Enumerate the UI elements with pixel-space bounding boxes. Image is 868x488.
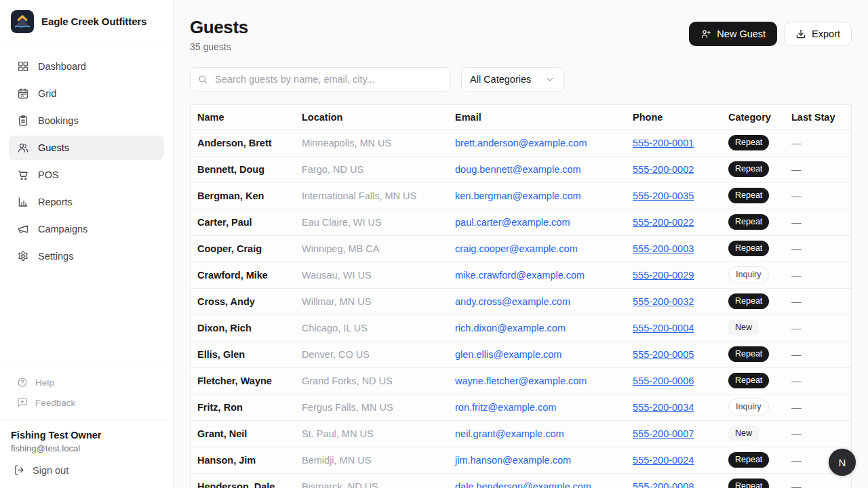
- sidebar-item-bookings[interactable]: Bookings: [9, 108, 164, 133]
- guest-row[interactable]: Anderson, BrettMinneapolis, MN USbrett.a…: [191, 130, 851, 157]
- guest-email-link[interactable]: neil.grant@example.com: [455, 428, 564, 439]
- guest-email: neil.grant@example.com: [455, 428, 633, 439]
- guest-phone-link[interactable]: 555-200-0034: [633, 402, 694, 413]
- guest-row[interactable]: Ellis, GlenDenver, CO USglen.ellis@examp…: [191, 342, 851, 368]
- guest-email-link[interactable]: doug.bennett@example.com: [455, 164, 581, 175]
- guest-row[interactable]: Dixon, RichChicago, IL USrich.dixon@exam…: [191, 315, 851, 342]
- guest-phone-link[interactable]: 555-200-0032: [633, 296, 694, 307]
- guest-location: Bemidji, MN US: [302, 455, 455, 466]
- guest-email-link[interactable]: rich.dixon@example.com: [455, 323, 566, 333]
- guest-category: Inquiry: [728, 399, 791, 415]
- guest-phone-link[interactable]: 555-200-0001: [633, 138, 694, 148]
- sign-out-label: Sign out: [33, 465, 68, 476]
- guest-phone-link[interactable]: 555-200-0004: [633, 323, 694, 333]
- guest-email: glen.ellis@example.com: [455, 349, 633, 360]
- guest-name: Fritz, Ron: [197, 402, 302, 413]
- help-button[interactable]: Help: [9, 372, 164, 392]
- guest-email: craig.cooper@example.com: [455, 243, 633, 254]
- guest-phone-link[interactable]: 555-200-0024: [633, 455, 694, 466]
- sidebar-nav: DashboardGridBookingsGuestsPOSReportsCam…: [0, 43, 173, 271]
- category-badge: Repeat: [728, 479, 769, 488]
- guest-row[interactable]: Cooper, CraigWinnipeg, MB CAcraig.cooper…: [191, 236, 851, 262]
- guest-location: Chicago, IL US: [302, 323, 455, 333]
- sidebar-item-settings[interactable]: Settings: [9, 244, 164, 268]
- guest-last-stay: —: [791, 190, 851, 201]
- guest-email: dale.henderson@example.com: [455, 481, 633, 488]
- guest-row[interactable]: Carter, PaulEau Claire, WI USpaul.carter…: [191, 209, 851, 236]
- guest-name: Crawford, Mike: [197, 270, 302, 281]
- category-badge: Repeat: [728, 161, 769, 177]
- guest-phone: 555-200-0002: [633, 164, 728, 175]
- guest-row[interactable]: Crawford, MikeWausau, WI USmike.crawford…: [191, 262, 851, 289]
- guest-email-link[interactable]: dale.henderson@example.com: [455, 481, 591, 488]
- guest-category: Repeat: [728, 161, 791, 177]
- guest-name: Cooper, Craig: [197, 243, 302, 254]
- main-content: Guests 35 guests New Guest Export All Ca…: [174, 0, 868, 488]
- guest-last-stay: —: [791, 375, 851, 386]
- guest-phone: 555-200-0032: [633, 296, 728, 307]
- guest-email-link[interactable]: craig.cooper@example.com: [455, 243, 578, 254]
- guest-row[interactable]: Hanson, JimBemidji, MN USjim.hanson@exam…: [191, 447, 851, 474]
- user-block: Fishing Test Owner fishing@test.local Si…: [0, 420, 173, 488]
- sidebar-item-reports[interactable]: Reports: [9, 190, 164, 214]
- guest-email-link[interactable]: mike.crawford@example.com: [455, 270, 585, 281]
- guest-phone-link[interactable]: 555-200-0022: [633, 217, 694, 228]
- guest-phone: 555-200-0035: [633, 190, 728, 201]
- sidebar-item-campaigns[interactable]: Campaigns: [9, 217, 164, 241]
- feedback-button[interactable]: Feedback: [9, 392, 164, 413]
- guest-table: NameLocationEmailPhoneCategoryLast Stay …: [190, 104, 852, 488]
- guest-row[interactable]: Bergman, KenInternational Falls, MN USke…: [191, 183, 851, 209]
- guest-location: Eau Claire, WI US: [302, 217, 455, 228]
- sidebar-item-dashboard[interactable]: Dashboard: [9, 54, 164, 79]
- footer-item-label: Help: [35, 378, 54, 388]
- guest-phone-link[interactable]: 555-200-0035: [633, 190, 694, 201]
- guest-row[interactable]: Henderson, DaleBismarck, ND USdale.hende…: [191, 474, 851, 488]
- guest-phone-link[interactable]: 555-200-0008: [633, 481, 694, 488]
- guest-row[interactable]: Bennett, DougFargo, ND USdoug.bennett@ex…: [191, 157, 851, 183]
- guest-email-link[interactable]: wayne.fletcher@example.com: [455, 375, 587, 386]
- floating-avatar-button[interactable]: N: [829, 449, 856, 476]
- guest-email-link[interactable]: ken.bergman@example.com: [455, 190, 581, 201]
- guest-last-stay: —: [791, 402, 851, 413]
- category-filter-dropdown[interactable]: All Categories: [461, 67, 564, 92]
- clipboard-icon: [17, 115, 29, 127]
- guest-phone-link[interactable]: 555-200-0006: [633, 375, 694, 386]
- guest-email-link[interactable]: brett.anderson@example.com: [455, 138, 587, 148]
- guest-email-link[interactable]: andy.cross@example.com: [455, 296, 570, 307]
- guest-row[interactable]: Fletcher, WayneGrand Forks, ND USwayne.f…: [191, 368, 851, 394]
- sidebar-item-guests[interactable]: Guests: [9, 136, 164, 160]
- guest-category: Repeat: [728, 479, 791, 488]
- guest-phone-link[interactable]: 555-200-0002: [633, 164, 694, 175]
- guest-location: Grand Forks, ND US: [302, 375, 455, 386]
- guest-row[interactable]: Grant, NeilSt. Paul, MN USneil.grant@exa…: [191, 421, 851, 447]
- guest-phone-link[interactable]: 555-200-0005: [633, 349, 694, 360]
- guest-phone: 555-200-0006: [633, 375, 728, 386]
- dashboard-icon: [17, 60, 29, 73]
- guest-category: Repeat: [728, 214, 791, 230]
- guest-email-link[interactable]: paul.carter@example.com: [455, 217, 570, 228]
- guest-phone-link[interactable]: 555-200-0003: [633, 243, 694, 254]
- guest-email-link[interactable]: ron.fritz@example.com: [455, 402, 556, 413]
- category-badge: Inquiry: [728, 399, 769, 415]
- guest-email-link[interactable]: glen.ellis@example.com: [455, 349, 561, 360]
- guest-phone-link[interactable]: 555-200-0007: [633, 428, 694, 439]
- guest-email-link[interactable]: jim.hanson@example.com: [455, 455, 571, 466]
- guest-name: Cross, Andy: [197, 296, 302, 307]
- sidebar-item-grid[interactable]: Grid: [9, 81, 164, 106]
- guest-row[interactable]: Fritz, RonFergus Falls, MN USron.fritz@e…: [191, 394, 851, 421]
- guest-location: Minneapolis, MN US: [302, 138, 455, 148]
- guest-row[interactable]: Cross, AndyWillmar, MN USandy.cross@exam…: [191, 289, 851, 315]
- guest-phone: 555-200-0007: [633, 428, 728, 439]
- footer-item-label: Feedback: [35, 398, 75, 408]
- new-guest-button[interactable]: New Guest: [689, 22, 777, 46]
- user-name: Fishing Test Owner: [11, 430, 162, 441]
- guest-last-stay: —: [791, 296, 851, 307]
- guest-name: Henderson, Dale: [197, 481, 302, 488]
- avatar-letter: N: [839, 457, 846, 468]
- sign-out-button[interactable]: Sign out: [11, 464, 162, 476]
- guest-phone-link[interactable]: 555-200-0029: [633, 270, 694, 281]
- search-input[interactable]: [190, 67, 450, 92]
- guest-email: rich.dixon@example.com: [455, 323, 633, 333]
- sidebar-item-pos[interactable]: POS: [9, 163, 164, 187]
- export-button[interactable]: Export: [784, 22, 852, 46]
